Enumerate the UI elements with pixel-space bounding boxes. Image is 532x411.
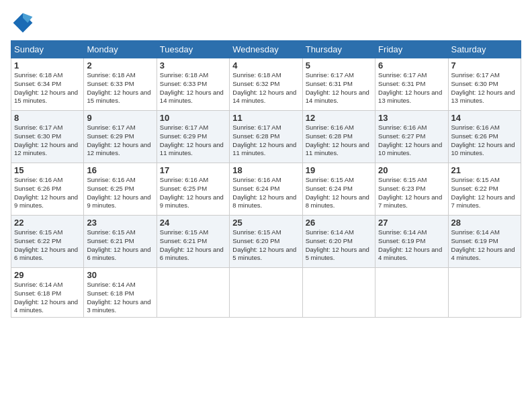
- day-number: 11: [232, 113, 299, 123]
- calendar-cell: 9Sunrise: 6:17 AMSunset: 6:29 PMDaylight…: [84, 111, 157, 163]
- day-number: 13: [378, 113, 445, 123]
- calendar-cell: 30Sunrise: 6:14 AMSunset: 6:18 PMDayligh…: [84, 268, 157, 318]
- calendar-cell: 19Sunrise: 6:15 AMSunset: 6:24 PMDayligh…: [302, 163, 375, 216]
- day-of-week-friday: Friday: [375, 41, 448, 58]
- day-number: 24: [160, 218, 226, 228]
- day-info: Sunrise: 6:16 AMSunset: 6:26 PMDaylight:…: [451, 124, 518, 158]
- calendar-cell: 11Sunrise: 6:17 AMSunset: 6:28 PMDayligh…: [230, 111, 302, 163]
- day-info: Sunrise: 6:16 AMSunset: 6:28 PMDaylight:…: [306, 124, 372, 158]
- calendar-cell: 15Sunrise: 6:16 AMSunset: 6:26 PMDayligh…: [11, 163, 84, 216]
- day-number: 29: [14, 270, 81, 280]
- day-info: Sunrise: 6:16 AMSunset: 6:24 PMDaylight:…: [232, 176, 299, 210]
- calendar-cell: 8Sunrise: 6:17 AMSunset: 6:30 PMDaylight…: [11, 111, 84, 163]
- day-info: Sunrise: 6:14 AMSunset: 6:18 PMDaylight:…: [14, 281, 81, 315]
- calendar-cell: 23Sunrise: 6:15 AMSunset: 6:21 PMDayligh…: [84, 216, 157, 268]
- day-of-week-tuesday: Tuesday: [157, 41, 229, 58]
- day-info: Sunrise: 6:17 AMSunset: 6:29 PMDaylight:…: [87, 124, 153, 158]
- day-number: 22: [14, 218, 81, 228]
- day-number: 5: [306, 60, 372, 71]
- day-info: Sunrise: 6:17 AMSunset: 6:31 PMDaylight:…: [306, 71, 372, 105]
- day-info: Sunrise: 6:15 AMSunset: 6:23 PMDaylight:…: [378, 176, 445, 210]
- day-info: Sunrise: 6:17 AMSunset: 6:31 PMDaylight:…: [378, 71, 445, 105]
- calendar-week-row: 22Sunrise: 6:15 AMSunset: 6:22 PMDayligh…: [11, 216, 521, 268]
- day-of-week-sunday: Sunday: [11, 41, 84, 58]
- day-number: 20: [378, 165, 445, 175]
- calendar-cell: 1Sunrise: 6:18 AMSunset: 6:34 PMDaylight…: [11, 58, 84, 111]
- day-of-week-thursday: Thursday: [302, 41, 375, 58]
- calendar-cell: 2Sunrise: 6:18 AMSunset: 6:33 PMDaylight…: [84, 58, 157, 111]
- day-number: 26: [306, 218, 372, 228]
- day-number: 9: [87, 113, 153, 123]
- calendar-cell: 17Sunrise: 6:16 AMSunset: 6:25 PMDayligh…: [157, 163, 229, 216]
- calendar-week-row: 8Sunrise: 6:17 AMSunset: 6:30 PMDaylight…: [11, 111, 521, 163]
- day-number: 19: [306, 165, 372, 175]
- calendar-cell: 7Sunrise: 6:17 AMSunset: 6:30 PMDaylight…: [448, 58, 521, 111]
- day-of-week-wednesday: Wednesday: [230, 41, 302, 58]
- day-info: Sunrise: 6:18 AMSunset: 6:32 PMDaylight:…: [232, 71, 299, 105]
- calendar-cell: 27Sunrise: 6:14 AMSunset: 6:19 PMDayligh…: [375, 216, 448, 268]
- calendar-cell: 6Sunrise: 6:17 AMSunset: 6:31 PMDaylight…: [375, 58, 448, 111]
- calendar-cell: [230, 268, 302, 318]
- day-number: 4: [232, 60, 299, 71]
- day-number: 6: [378, 60, 445, 71]
- day-info: Sunrise: 6:15 AMSunset: 6:22 PMDaylight:…: [451, 176, 518, 210]
- logo: [11, 11, 38, 35]
- day-info: Sunrise: 6:14 AMSunset: 6:18 PMDaylight:…: [87, 281, 153, 315]
- day-number: 2: [87, 60, 153, 71]
- day-info: Sunrise: 6:17 AMSunset: 6:30 PMDaylight:…: [14, 124, 81, 158]
- calendar-header-row: SundayMondayTuesdayWednesdayThursdayFrid…: [11, 41, 521, 58]
- day-info: Sunrise: 6:14 AMSunset: 6:19 PMDaylight:…: [451, 228, 518, 263]
- calendar-cell: [302, 268, 375, 318]
- day-number: 16: [87, 165, 153, 175]
- calendar-cell: 29Sunrise: 6:14 AMSunset: 6:18 PMDayligh…: [11, 268, 84, 318]
- calendar-cell: 10Sunrise: 6:17 AMSunset: 6:29 PMDayligh…: [157, 111, 229, 163]
- day-info: Sunrise: 6:16 AMSunset: 6:25 PMDaylight:…: [160, 176, 226, 210]
- day-info: Sunrise: 6:15 AMSunset: 6:22 PMDaylight:…: [14, 228, 81, 263]
- day-info: Sunrise: 6:16 AMSunset: 6:25 PMDaylight:…: [87, 176, 153, 210]
- day-info: Sunrise: 6:15 AMSunset: 6:20 PMDaylight:…: [232, 228, 299, 263]
- day-number: 10: [160, 113, 226, 123]
- day-number: 25: [232, 218, 299, 228]
- day-number: 14: [451, 113, 518, 123]
- day-number: 21: [451, 165, 518, 175]
- day-of-week-saturday: Saturday: [448, 41, 521, 58]
- calendar-container: SundayMondayTuesdayWednesdayThursdayFrid…: [0, 0, 532, 411]
- calendar-cell: [157, 268, 229, 318]
- day-number: 27: [378, 218, 445, 228]
- day-number: 17: [160, 165, 226, 175]
- day-info: Sunrise: 6:16 AMSunset: 6:27 PMDaylight:…: [378, 124, 445, 158]
- day-info: Sunrise: 6:17 AMSunset: 6:29 PMDaylight:…: [160, 124, 226, 158]
- calendar-cell: 4Sunrise: 6:18 AMSunset: 6:32 PMDaylight…: [230, 58, 302, 111]
- day-info: Sunrise: 6:17 AMSunset: 6:30 PMDaylight:…: [451, 71, 518, 105]
- calendar-cell: 28Sunrise: 6:14 AMSunset: 6:19 PMDayligh…: [448, 216, 521, 268]
- day-info: Sunrise: 6:18 AMSunset: 6:33 PMDaylight:…: [87, 71, 153, 105]
- calendar-cell: 26Sunrise: 6:14 AMSunset: 6:20 PMDayligh…: [302, 216, 375, 268]
- calendar-week-row: 15Sunrise: 6:16 AMSunset: 6:26 PMDayligh…: [11, 163, 521, 216]
- header: [11, 11, 521, 35]
- logo-icon: [11, 11, 35, 35]
- day-info: Sunrise: 6:15 AMSunset: 6:21 PMDaylight:…: [87, 228, 153, 263]
- day-info: Sunrise: 6:18 AMSunset: 6:34 PMDaylight:…: [14, 71, 81, 105]
- day-info: Sunrise: 6:14 AMSunset: 6:20 PMDaylight:…: [306, 228, 372, 263]
- calendar-cell: 3Sunrise: 6:18 AMSunset: 6:33 PMDaylight…: [157, 58, 229, 111]
- day-number: 15: [14, 165, 81, 175]
- calendar-cell: 24Sunrise: 6:15 AMSunset: 6:21 PMDayligh…: [157, 216, 229, 268]
- day-info: Sunrise: 6:17 AMSunset: 6:28 PMDaylight:…: [232, 124, 299, 158]
- calendar-week-row: 1Sunrise: 6:18 AMSunset: 6:34 PMDaylight…: [11, 58, 521, 111]
- day-info: Sunrise: 6:15 AMSunset: 6:21 PMDaylight:…: [160, 228, 226, 263]
- day-info: Sunrise: 6:16 AMSunset: 6:26 PMDaylight:…: [14, 176, 81, 210]
- day-number: 1: [14, 60, 81, 71]
- day-number: 12: [306, 113, 372, 123]
- calendar-cell: 12Sunrise: 6:16 AMSunset: 6:28 PMDayligh…: [302, 111, 375, 163]
- calendar-table: SundayMondayTuesdayWednesdayThursdayFrid…: [11, 40, 521, 318]
- calendar-cell: 18Sunrise: 6:16 AMSunset: 6:24 PMDayligh…: [230, 163, 302, 216]
- day-number: 28: [451, 218, 518, 228]
- calendar-cell: [448, 268, 521, 318]
- day-of-week-monday: Monday: [84, 41, 157, 58]
- day-number: 7: [451, 60, 518, 71]
- calendar-cell: 14Sunrise: 6:16 AMSunset: 6:26 PMDayligh…: [448, 111, 521, 163]
- calendar-cell: [375, 268, 448, 318]
- calendar-cell: 13Sunrise: 6:16 AMSunset: 6:27 PMDayligh…: [375, 111, 448, 163]
- calendar-cell: 22Sunrise: 6:15 AMSunset: 6:22 PMDayligh…: [11, 216, 84, 268]
- day-number: 18: [232, 165, 299, 175]
